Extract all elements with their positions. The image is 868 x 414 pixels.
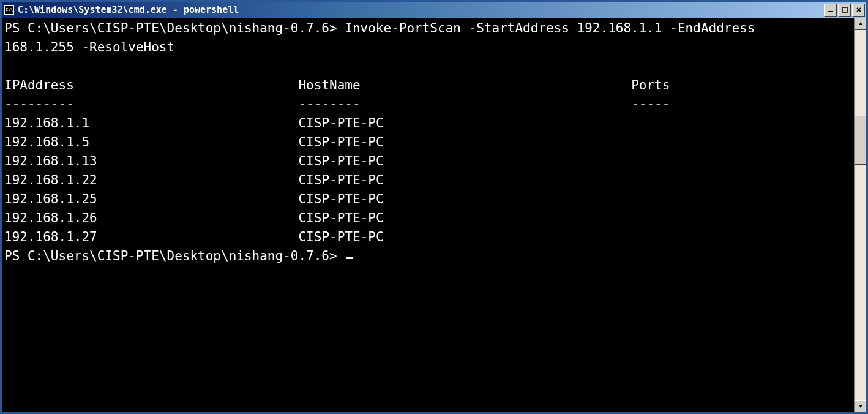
cell-host: CISP-PTE-PC	[298, 230, 383, 244]
cell-host: CISP-PTE-PC	[298, 173, 383, 187]
minimize-button[interactable]	[824, 4, 837, 17]
table-row: 192.168.1.27 CISP-PTE-PC	[4, 228, 854, 247]
pad	[97, 192, 299, 206]
close-icon	[856, 7, 862, 13]
prompt: PS C:\Users\CISP-PTE\Desktop\nishang-0.7…	[4, 249, 345, 263]
scrollbar-track[interactable]	[855, 30, 866, 400]
table-row: 192.168.1.25 CISP-PTE-PC	[4, 190, 854, 209]
pad	[97, 211, 299, 225]
svg-marker-4	[859, 22, 862, 25]
svg-rect-0	[828, 11, 833, 12]
titlebar[interactable]: C:\Windows\System32\cmd.exe - powershell	[2, 2, 866, 18]
svg-marker-5	[859, 405, 862, 408]
svg-rect-1	[842, 7, 847, 12]
cell-ip: 192.168.1.22	[4, 173, 97, 187]
scrollbar-thumb[interactable]	[855, 116, 866, 165]
pad	[361, 97, 632, 111]
cursor	[346, 257, 353, 259]
maximize-icon	[842, 7, 848, 13]
col-host-header: HostName	[298, 78, 360, 92]
pad	[97, 154, 299, 168]
col-ports-sep: -----	[631, 97, 670, 111]
pad	[97, 230, 299, 244]
pad	[97, 173, 299, 187]
cell-ip: 192.168.1.13	[4, 154, 97, 168]
pad	[74, 97, 299, 111]
cell-ip: 192.168.1.5	[4, 135, 89, 149]
command-line: PS C:\Users\CISP-PTE\Desktop\nishang-0.7…	[4, 19, 854, 38]
cell-ip: 192.168.1.26	[4, 211, 97, 225]
scroll-down-button[interactable]	[855, 400, 866, 412]
chevron-up-icon	[858, 21, 863, 26]
table-row: 192.168.1.26 CISP-PTE-PC	[4, 209, 854, 228]
col-ip-sep: ---------	[4, 97, 74, 111]
pad	[89, 116, 298, 130]
minimize-icon	[828, 7, 834, 13]
maximize-button[interactable]	[838, 4, 851, 17]
prompt-line: PS C:\Users\CISP-PTE\Desktop\nishang-0.7…	[4, 247, 854, 266]
vertical-scrollbar[interactable]	[854, 18, 866, 412]
chevron-down-icon	[858, 404, 863, 408]
cmd-icon	[4, 5, 14, 15]
separator-row: --------- -------- -----	[4, 95, 854, 114]
blank-line	[4, 57, 854, 76]
col-ip-header: IPAddress	[4, 78, 74, 92]
cell-host: CISP-PTE-PC	[298, 116, 383, 130]
cmd-window: C:\Windows\System32\cmd.exe - powershell…	[0, 0, 868, 414]
cell-ip: 192.168.1.25	[4, 192, 97, 206]
console-area: PS C:\Users\CISP-PTE\Desktop\nishang-0.7…	[2, 18, 866, 412]
cell-ip: 192.168.1.1	[4, 116, 89, 130]
header-row: IPAddress HostName Ports	[4, 76, 854, 95]
table-row: 192.168.1.13 CISP-PTE-PC	[4, 152, 854, 171]
pad	[361, 78, 632, 92]
pad	[74, 78, 299, 92]
col-ports-header: Ports	[631, 78, 670, 92]
cell-host: CISP-PTE-PC	[298, 192, 383, 206]
console-output[interactable]: PS C:\Users\CISP-PTE\Desktop\nishang-0.7…	[2, 18, 854, 412]
col-host-sep: --------	[298, 97, 360, 111]
cell-host: CISP-PTE-PC	[298, 135, 383, 149]
close-button[interactable]	[852, 4, 865, 17]
window-controls	[824, 4, 865, 17]
scroll-up-button[interactable]	[855, 18, 866, 30]
pad	[89, 135, 298, 149]
cell-host: CISP-PTE-PC	[298, 211, 383, 225]
command-line-wrap: 168.1.255 -ResolveHost	[4, 38, 854, 57]
table-row: 192.168.1.22 CISP-PTE-PC	[4, 171, 854, 190]
window-title: C:\Windows\System32\cmd.exe - powershell	[18, 4, 824, 15]
cell-ip: 192.168.1.27	[4, 230, 97, 244]
table-row: 192.168.1.1 CISP-PTE-PC	[4, 114, 854, 133]
table-row: 192.168.1.5 CISP-PTE-PC	[4, 133, 854, 152]
cell-host: CISP-PTE-PC	[298, 154, 383, 168]
